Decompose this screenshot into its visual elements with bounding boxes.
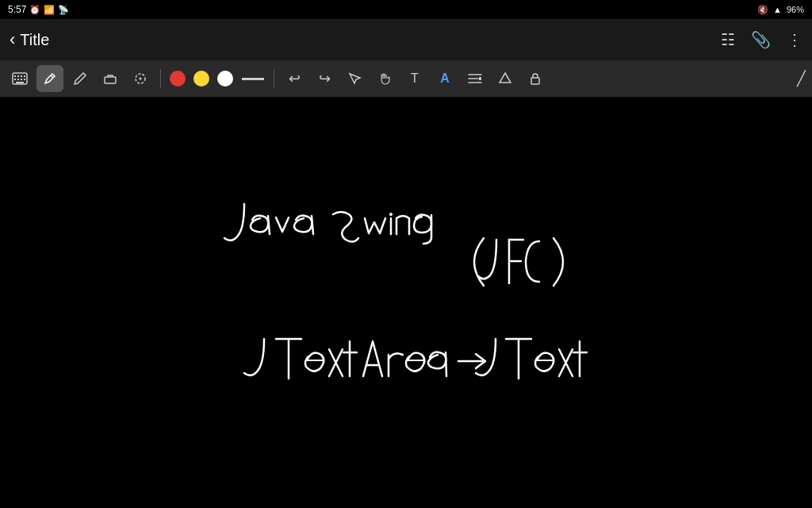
svg-rect-15 (531, 78, 539, 84)
hand-tool[interactable] (371, 65, 398, 92)
svg-rect-1 (14, 75, 16, 77)
book-open-icon[interactable]: ☷ (721, 30, 735, 49)
handwriting-java-swing (224, 204, 431, 244)
back-icon: ‹ (10, 29, 15, 50)
svg-rect-7 (21, 79, 22, 80)
more-options-icon[interactable]: ⋮ (787, 30, 802, 49)
toolbar: ↩ ↪ T A ╱ (0, 60, 812, 97)
canvas-area[interactable] (0, 97, 812, 508)
back-button[interactable]: ‹ (10, 29, 15, 50)
nav-title: Title (20, 31, 49, 49)
status-right: 🔇 ▲ 96% (757, 5, 804, 15)
status-bar: 5:57 ⏰ 📶 📡 🔇 ▲ 96% (0, 0, 812, 19)
svg-rect-9 (16, 82, 24, 83)
svg-rect-13 (479, 77, 481, 80)
svg-rect-10 (105, 77, 116, 83)
nav-actions: ☷ 📎 ⋮ (721, 30, 802, 49)
divider-2 (274, 69, 274, 88)
lock-tool[interactable] (522, 65, 549, 92)
wifi-icon: 📡 (58, 5, 69, 15)
svg-rect-5 (14, 79, 16, 80)
handwriting-jtextarea (244, 339, 587, 379)
svg-point-16 (389, 213, 393, 216)
signal-icon: 📶 (44, 5, 55, 15)
status-time: 5:57 (8, 4, 26, 15)
pencil-tool[interactable] (67, 65, 94, 92)
svg-point-12 (140, 78, 142, 80)
shape-tool[interactable] (492, 65, 519, 92)
wifi-status-icon: ▲ (773, 5, 782, 14)
alarm-icon: ⏰ (29, 5, 40, 15)
svg-rect-4 (24, 75, 25, 77)
pen-tail-icon: ╱ (797, 70, 806, 87)
undo-button[interactable]: ↩ (281, 65, 308, 92)
nav-bar: ‹ Title ☷ 📎 ⋮ (0, 19, 812, 60)
pointer-tool[interactable] (341, 65, 368, 92)
svg-marker-14 (500, 73, 511, 83)
battery-level: 96% (787, 5, 804, 14)
keyboard-tool[interactable] (6, 65, 33, 92)
divider-1 (160, 69, 161, 88)
lasso-tool[interactable] (127, 65, 154, 92)
stroke-width-selector[interactable] (242, 78, 264, 80)
redo-button[interactable]: ↪ (311, 65, 338, 92)
text-tool[interactable]: T (401, 65, 428, 92)
color-white[interactable] (217, 71, 233, 87)
status-left: 5:57 ⏰ 📶 📡 (8, 4, 69, 15)
paperclip-icon[interactable]: 📎 (751, 30, 771, 49)
svg-rect-3 (21, 75, 22, 77)
style-text-tool[interactable]: A (431, 65, 458, 92)
pen-tool[interactable] (36, 65, 63, 92)
svg-rect-2 (17, 75, 19, 77)
align-tool[interactable] (462, 65, 488, 92)
color-yellow[interactable] (193, 71, 209, 87)
handwriting-jfc (474, 238, 563, 286)
svg-rect-8 (24, 79, 25, 80)
eraser-tool[interactable] (97, 65, 124, 92)
mute-icon: 🔇 (757, 5, 768, 15)
svg-rect-6 (17, 79, 19, 80)
color-red[interactable] (170, 71, 186, 87)
